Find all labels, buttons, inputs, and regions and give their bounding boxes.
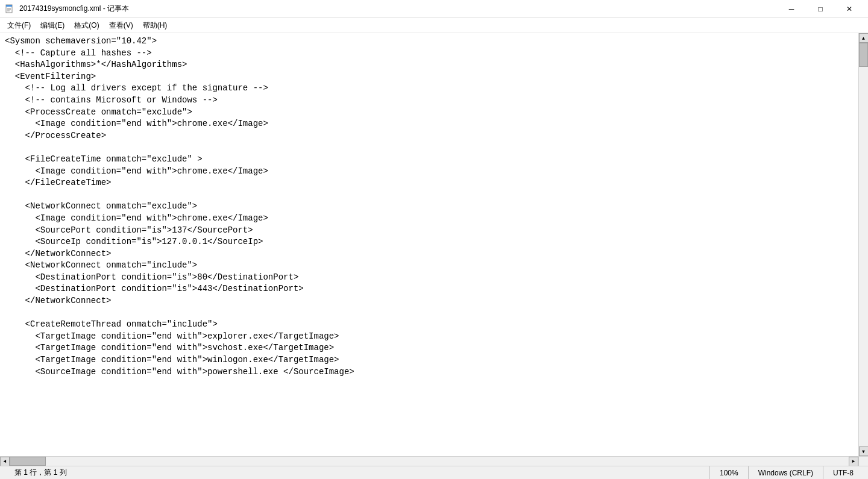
scroll-thumb-vertical[interactable] (859, 43, 868, 67)
menu-view[interactable]: 查看(V) (104, 19, 138, 32)
status-bar: 第 1 行，第 1 列 100% Windows (CRLF) UTF-8 (0, 466, 868, 479)
scroll-left-button[interactable]: ◄ (0, 457, 10, 466)
status-zoom: 100% (709, 466, 748, 479)
scroll-right-button[interactable]: ► (849, 457, 858, 466)
scroll-down-button[interactable]: ▼ (859, 446, 869, 456)
status-position: 第 1 行，第 1 列 (5, 466, 77, 479)
status-line-ending: Windows (CRLF) (748, 466, 823, 479)
editor-area[interactable]: <Sysmon schemaversion="10.42"> <!-- Capt… (0, 33, 858, 456)
window-controls: ─ □ ✕ (778, 0, 863, 18)
app-icon (5, 4, 14, 14)
scroll-thumb-horizontal[interactable] (10, 457, 46, 466)
title-bar-left: 20174319sysmoncfig.xml - 记事本 (5, 4, 129, 14)
scrollbar-vertical[interactable]: ▲ ▼ (858, 33, 868, 456)
editor-content[interactable]: <Sysmon schemaversion="10.42"> <!-- Capt… (5, 36, 854, 378)
menu-file[interactable]: 文件(F) (2, 19, 36, 32)
menu-format[interactable]: 格式(O) (69, 19, 104, 32)
menu-bar: 文件(F) 编辑(E) 格式(O) 查看(V) 帮助(H) (0, 18, 868, 33)
scrollbar-corner (858, 457, 868, 466)
title-bar: 20174319sysmoncfig.xml - 记事本 ─ □ ✕ (0, 0, 868, 18)
maximize-button[interactable]: □ (807, 0, 834, 18)
scroll-track-vertical[interactable] (859, 43, 868, 446)
menu-help[interactable]: 帮助(H) (138, 19, 172, 32)
svg-rect-1 (6, 5, 12, 7)
scroll-up-button[interactable]: ▲ (859, 33, 869, 43)
content-wrapper: <Sysmon schemaversion="10.42"> <!-- Capt… (0, 33, 868, 456)
window-title: 20174319sysmoncfig.xml - 记事本 (19, 4, 129, 14)
status-encoding: UTF-8 (823, 466, 863, 479)
menu-edit[interactable]: 编辑(E) (36, 19, 69, 32)
close-button[interactable]: ✕ (835, 0, 863, 18)
minimize-button[interactable]: ─ (778, 0, 805, 18)
scroll-track-horizontal[interactable] (10, 457, 849, 466)
scrollbar-horizontal-wrapper: ◄ ► (0, 456, 868, 466)
